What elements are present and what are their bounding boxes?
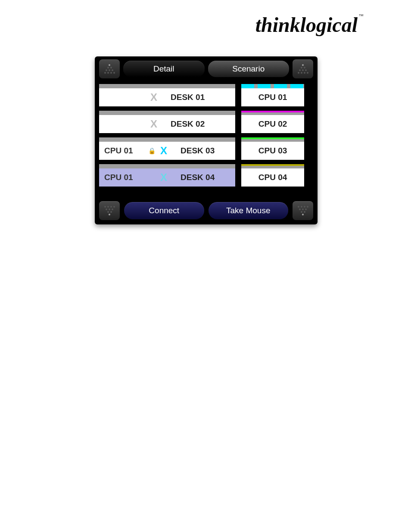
dots-up-icon [298,64,308,74]
cpu-color-strip [241,164,304,168]
row-1: X DESK 01 CPU 01 [99,84,313,106]
tab-scenario-label: Scenario [232,64,265,74]
cpu-slot-4[interactable]: CPU 04 [241,164,304,187]
row-2: X DESK 02 CPU 02 [99,111,313,133]
desk-strip [99,137,235,142]
desk-name-label: DESK 04 [181,173,215,182]
tab-scenario[interactable]: Scenario [208,61,290,77]
connect-button[interactable]: Connect [124,202,204,219]
desk-name-label: DESK 02 [171,119,205,129]
cpu-name-label: CPU 03 [258,146,287,156]
cpu-color-strip [241,84,304,88]
cpu-cell: CPU 04 [241,168,304,187]
desk-slot-1[interactable]: X DESK 01 [99,84,235,106]
scroll-up-left-button[interactable] [99,59,120,78]
take-mouse-label: Take Mouse [226,206,270,215]
desk-name-label: DESK 03 [181,146,215,156]
row-3: CPU 01 🔒 X DESK 03 CPU 03 [99,137,313,160]
brand-logo: thinklogical™ [255,13,364,37]
cpu-color-strip [241,137,304,142]
cpu-name-label: CPU 01 [258,93,287,102]
cpu-name-label: CPU 02 [258,119,287,129]
cpu-color-strip [241,111,304,115]
desk-slot-4[interactable]: CPU 01 🔒 X DESK 04 [99,164,235,187]
cpu-name-label: CPU 04 [258,173,287,182]
bottom-bar: Connect Take Mouse [99,201,313,220]
top-bar: Detail Scenario [95,56,318,81]
lock-icon: 🔒 [148,147,156,154]
desk-name-label: DESK 01 [171,93,205,102]
desk-cell: CPU 01 🔒 X DESK 04 [99,168,235,187]
dots-up-icon [104,64,115,74]
control-panel: Detail Scenario X DESK 01 [95,56,318,224]
scroll-up-right-button[interactable] [293,59,313,78]
dots-down-icon [104,206,115,215]
cpu-cell: CPU 01 [241,88,304,106]
desk-cell: CPU 01 🔒 X DESK 03 [99,142,235,160]
cpu-cell: CPU 03 [241,142,304,160]
disconnect-x-icon[interactable]: X [147,91,160,103]
trademark: ™ [358,13,364,19]
cpu-slot-2[interactable]: CPU 02 [241,111,304,133]
desk-strip [99,111,235,115]
tab-detail-label: Detail [153,64,174,74]
scroll-down-right-button[interactable] [293,201,313,220]
dots-down-icon [298,206,308,215]
row-4: CPU 01 🔒 X DESK 04 CPU 04 [99,164,313,187]
cpu-slot-1[interactable]: CPU 01 [241,84,304,106]
take-mouse-button[interactable]: Take Mouse [209,202,289,219]
matrix-body: X DESK 01 CPU 01 X DESK 02 [95,81,318,187]
desk-cell: X DESK 02 [99,115,235,133]
disconnect-x-icon[interactable]: X [157,171,170,184]
logo-text: thinklogical [255,13,358,36]
assigned-cpu-label: CPU 01 [104,146,147,156]
assigned-cpu-label: CPU 01 [104,173,147,182]
desk-strip [99,164,235,168]
desk-cell: X DESK 01 [99,88,235,106]
desk-slot-3[interactable]: CPU 01 🔒 X DESK 03 [99,137,235,160]
disconnect-x-icon[interactable]: X [147,118,160,130]
disconnect-x-icon[interactable]: X [157,145,170,157]
cpu-slot-3[interactable]: CPU 03 [241,137,304,160]
tab-detail[interactable]: Detail [123,61,205,77]
desk-slot-2[interactable]: X DESK 02 [99,111,235,133]
connect-label: Connect [149,206,179,215]
cpu-cell: CPU 02 [241,115,304,133]
scroll-down-left-button[interactable] [99,201,120,220]
desk-strip [99,84,235,88]
